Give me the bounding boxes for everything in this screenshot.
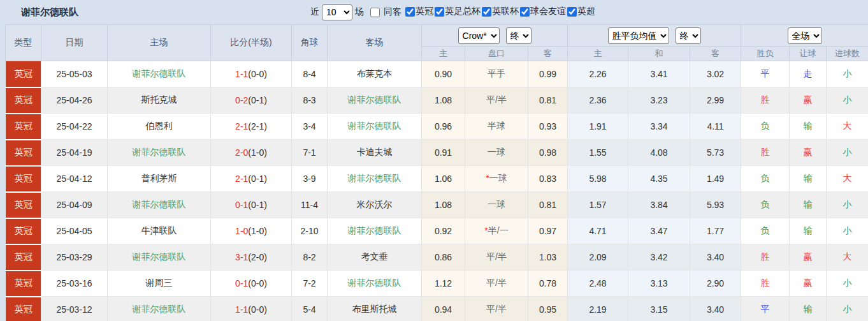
league-badge: 英冠 [6,244,41,271]
avg-away: 2.99 [690,87,741,114]
result-handicap: 赢 [790,140,827,166]
half-score: (0-0) [248,69,267,79]
col-header-corner: 角球 [292,25,328,61]
recent-count-select[interactable]: 10 [322,4,352,20]
odds-home: 0.86 [422,244,465,271]
result-goals: 小 [827,140,868,166]
league-badge: 英冠 [6,140,41,166]
match-row: 英冠25-03-12谢菲尔德联队1-1(0-0)5-4布里斯托城0.94平/半0… [6,297,868,321]
league-badge: 英冠 [6,297,41,321]
avg-select[interactable]: 胜平负均值 [608,27,669,44]
odds-away: 1.03 [528,244,568,271]
avg-draw: 3.13 [628,271,690,297]
odds-away: 0.93 [528,114,568,140]
result-handicap: 走 [790,61,827,87]
result-goals: 小 [827,192,868,218]
result-outcome: 胜 [741,140,790,166]
odds-handicap: 平/半 [465,244,528,271]
full-score: 1-1 [235,69,248,79]
home-team: 谢菲尔德联队 [108,61,211,87]
league-checkbox-3[interactable] [520,7,530,17]
bookmaker-select[interactable]: Crow* [458,27,500,44]
league-label-2: 英联杯 [492,6,519,17]
match-row: 英冠25-05-03谢菲尔德联队1-1(0-0)8-4布莱克本0.90平手0.9… [6,61,868,87]
sub-header-odds-away: 客 [528,47,568,61]
match-row: 英冠25-04-09谢菲尔德联队0-1(0-1)11-4米尔沃尔1.08一球0.… [6,192,868,218]
result-outcome: 胜 [741,244,790,271]
odds-handicap: 一球 [465,192,528,218]
same-opponent-checkbox[interactable] [370,8,380,17]
league-filter-3: 球会友谊 [519,6,566,17]
avg-away: 1.77 [690,218,741,244]
home-team: 牛津联队 [108,218,211,244]
score-cell: 2-0(1-0) [211,140,292,166]
sub-header-result-outcome: 胜负 [741,47,790,61]
league-label-1: 英足总杯 [445,6,481,17]
league-label-3: 球会友谊 [530,6,566,17]
home-team: 谢菲尔德联队 [108,140,211,166]
avg-draw: 3.84 [628,192,690,218]
match-row: 英冠25-03-29谢菲尔德联队3-1(2-0)8-2考文垂0.86平/半1.0… [6,244,868,271]
home-team: 谢菲尔德联队 [108,297,211,321]
avg-draw: 4.08 [628,140,690,166]
full-score: 0-1 [235,200,248,210]
result-outcome: 平 [741,61,790,87]
league-label-4: 英超 [577,6,595,17]
corner-score: 3-4 [292,114,328,140]
odds-away: 0.83 [528,166,568,192]
league-checkbox-4[interactable] [567,7,577,17]
league-checkbox-2[interactable] [482,7,491,17]
same-opponent-label: 同客 [384,6,401,18]
match-row: 英冠25-04-05牛津联队1-0(1-0)2-10谢菲尔德联队0.92*半/一… [6,218,868,244]
avg-draw: 3.34 [628,114,690,140]
league-badge: 英冠 [6,218,41,244]
away-team: 布莱克本 [328,61,422,87]
corner-score: 7-2 [292,271,328,297]
avg-away: 3.40 [690,244,741,271]
match-date: 25-04-09 [41,192,108,218]
half-score: (0-1) [248,95,267,105]
result-handicap: 赢 [790,244,827,271]
sub-header-result-handicap: 让球 [790,47,827,61]
avg-draw: 3.41 [628,61,690,87]
avg-draw: 3.42 [628,244,690,271]
full-score: 1-1 [235,304,248,315]
home-team: 谢周三 [108,271,211,297]
half-score: (0-1) [248,200,267,210]
avg-draw: 3.23 [628,87,690,114]
scope-select[interactable]: 全场 [788,27,822,44]
col-header-away: 客场 [328,25,422,61]
result-outcome: 胜 [741,271,790,297]
home-team: 谢菲尔德联队 [108,244,211,271]
match-row: 英冠25-04-22伯恩利2-1(2-1)3-4谢菲尔德联队0.96半球0.93… [6,114,868,140]
match-date: 25-04-26 [41,87,108,114]
full-score: 0-1 [235,278,248,288]
odds-time-select[interactable]: 终 [506,27,532,44]
league-checkbox-1[interactable] [435,7,444,17]
result-goals: 小 [827,87,868,114]
odds-handicap: 一球 [465,140,528,166]
match-date: 25-03-12 [41,297,108,321]
matches-rows: 英冠25-05-03谢菲尔德联队1-1(0-0)8-4布莱克本0.90平手0.9… [6,61,868,321]
result-handicap: 输 [790,218,827,244]
result-goals: 大 [827,244,868,271]
odds-away: 0.98 [528,140,568,166]
avg-group-header: 胜平负均值 终 [568,25,741,47]
avg-home: 4.71 [568,218,628,244]
odds-away: 0.99 [528,61,568,87]
half-score: (1-0) [248,147,267,158]
sub-header-result-goals: 进球数 [827,47,868,61]
league-checkbox-0[interactable] [405,7,415,17]
away-team: 米尔沃尔 [328,192,422,218]
corner-score: 7-1 [292,140,328,166]
match-date: 25-04-22 [41,114,108,140]
avg-home: 2.26 [568,61,628,87]
full-score: 2-0 [235,147,248,158]
odds-away: 0.95 [528,297,568,321]
avg-time-select[interactable]: 终 [676,27,701,44]
league-badge: 英冠 [6,61,41,87]
handicap-star: * [484,225,488,235]
sub-header-odds-handicap: 盘口 [465,47,528,61]
corner-score: 8-4 [292,61,328,87]
result-handicap: 赢 [790,271,827,297]
